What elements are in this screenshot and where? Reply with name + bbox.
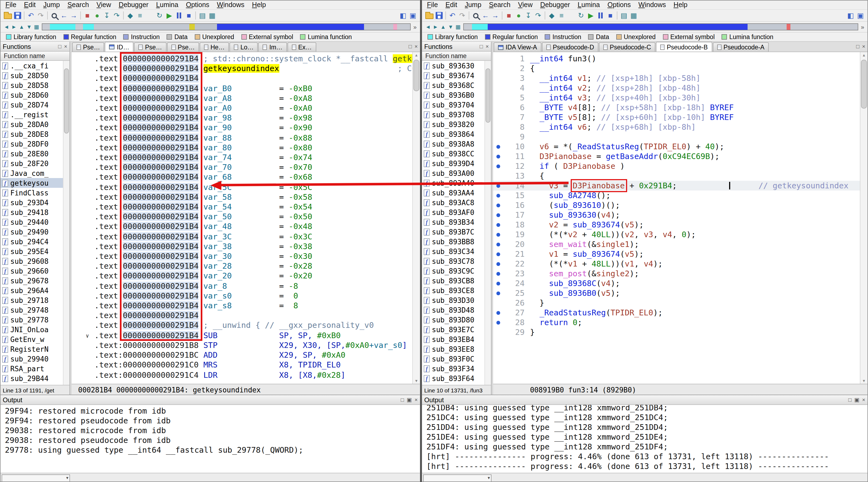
nav-toolbar-icon-4[interactable]: ▦ — [34, 24, 39, 30]
function-row[interactable]: fFindClass — [1, 188, 69, 198]
close-icon[interactable]: × — [414, 397, 418, 402]
function-row[interactable]: fsub_28DF0 — [1, 139, 69, 149]
function-row[interactable]: fsub_28F20 — [1, 158, 69, 168]
stop-process-icon[interactable]: ■ — [184, 10, 194, 20]
function-row[interactable]: fsub_293D4 — [1, 198, 69, 207]
disasm-line[interactable]: .text:00000000000291B4 var_A8 = -0xA8 — [72, 93, 420, 103]
disasm-line[interactable]: .text:00000000000291B4 var_38 = -0x38 — [72, 242, 420, 251]
combo[interactable] — [145, 10, 155, 20]
jump-back-icon[interactable]: ← — [480, 10, 490, 20]
output-panel-titlebar[interactable]: Output □▣× — [422, 395, 867, 405]
menu-lumina[interactable]: Lumina — [574, 1, 603, 9]
pseudocode-line[interactable]: 21 v1 = sub_893674(v5); — [493, 249, 867, 259]
function-row[interactable]: fsub_28D74 — [1, 100, 69, 110]
combo[interactable] — [566, 10, 576, 20]
pseudocode-line[interactable]: 7 _BYTE v5[8]; // [xsp+60h] [xbp-10h] BY… — [493, 112, 867, 122]
disasm-line[interactable]: .text:00000000000291C0 MRS X8, TPIDR_EL0 — [72, 360, 420, 370]
function-row[interactable]: fsub_893C78 — [422, 256, 491, 266]
tab-pse[interactable]: Pse… — [134, 42, 166, 52]
disasm-line[interactable]: .text:00000000000291B4 var_90 = -0x90 — [72, 123, 420, 133]
dock-icon[interactable]: ▣ — [854, 397, 859, 402]
pseudocode-line[interactable]: 15 sub_8A2748(); — [493, 190, 867, 200]
disasm-line[interactable]: .text:00000000000291B4 var_30 = -0x30 — [72, 251, 420, 261]
function-row[interactable]: fsub_893708 — [422, 110, 491, 119]
pseudocode-line[interactable]: 25 sub_8936B0(v5); — [493, 288, 867, 298]
function-list-scrollbar[interactable] — [485, 61, 491, 385]
function-row[interactable]: f.__regist — [1, 110, 69, 119]
disasm-line[interactable]: .text:00000000000291B4 var_98 = -0x98 — [72, 113, 420, 123]
undock-icon[interactable]: □ — [848, 397, 851, 402]
breakpoint-list-icon[interactable]: ≡ — [135, 10, 145, 20]
disassembly-view[interactable]: .text:00000000000291B4 ; std::chrono::sy… — [72, 52, 420, 384]
function-row[interactable]: fGetEnv_w — [1, 334, 69, 344]
pseudocode-line[interactable]: 24 sub_89368C(v4); — [493, 278, 867, 288]
tab-im[interactable]: Im… — [258, 42, 287, 52]
scroll-down-icon[interactable]: ▼ — [860, 379, 867, 383]
breakpoint-list-icon[interactable]: ≡ — [557, 10, 566, 20]
search-icon[interactable] — [50, 10, 59, 20]
tab-ex[interactable]: Ex… — [287, 42, 316, 52]
nav-toolbar-icon-3[interactable]: ▼ — [26, 24, 32, 30]
disasm-line[interactable]: .text:00000000000291B4 var_70 = -0x70 — [72, 162, 420, 172]
pseudocode-scrollbar[interactable]: ▲▼ — [860, 52, 867, 384]
function-row[interactable]: fsub_893EB4 — [422, 334, 491, 344]
code-marker-icon[interactable]: ● — [514, 10, 524, 20]
stop-process-icon[interactable]: ■ — [606, 10, 615, 20]
disasm-line[interactable]: .text:00000000000291B4 var_88 = -0x88 — [72, 133, 420, 143]
function-row[interactable]: fsub_893704 — [422, 100, 491, 110]
disasm-line[interactable]: .text:00000000000291B4 var_50 = -0x50 — [72, 212, 420, 222]
menu-edit[interactable]: Edit — [20, 1, 39, 9]
disasm-line[interactable]: .text:00000000000291B4 — [72, 73, 420, 83]
disasm-line[interactable]: .text:00000000000291B4 var_20 = -0x20 — [72, 271, 420, 281]
output-panel-titlebar[interactable]: Output □▣× — [1, 395, 420, 405]
pseudocode-line[interactable]: 3 __int64 v1; // [xsp+18h] [xbp-58h] — [493, 73, 867, 83]
save-icon[interactable] — [12, 10, 22, 20]
step-into-icon[interactable]: ↧ — [524, 10, 533, 20]
pseudocode-line[interactable]: 14 v3 = D3Pianobase + 0x291B4; // getkey… — [493, 181, 867, 190]
debugger-setup-icon[interactable]: ◆ — [547, 10, 557, 20]
function-row[interactable]: fsub_893C34 — [422, 246, 491, 256]
refresh-icon[interactable]: ↻ — [576, 10, 586, 20]
undock-icon[interactable]: □ — [401, 397, 404, 402]
tab-pseudocode-b[interactable]: Pseudocode-B — [656, 42, 712, 52]
function-row[interactable]: fsub_28E80 — [1, 149, 69, 158]
pseudocode-line[interactable]: 28 return 0; — [493, 318, 867, 327]
command-input[interactable]: ▾ — [2, 474, 70, 482]
pseudocode-line[interactable]: 2{ — [493, 63, 867, 73]
menu-edit[interactable]: Edit — [442, 1, 461, 9]
jump-forward-icon[interactable]: → — [69, 10, 79, 20]
command-input[interactable]: ▾ — [423, 474, 492, 482]
function-row[interactable]: fsub_28D60 — [1, 90, 69, 100]
function-row[interactable]: fsub_893B7C — [422, 227, 491, 237]
function-row[interactable]: fJNI_OnLoa — [1, 325, 69, 334]
open-file-icon[interactable] — [3, 10, 12, 20]
pseudocode-line[interactable]: 20 sem_wait(&single1); — [493, 239, 867, 249]
function-list-scrollbar[interactable] — [63, 61, 69, 385]
function-row[interactable]: fsub_893864 — [422, 129, 491, 139]
function-row[interactable]: fsub_29B44 — [1, 373, 69, 383]
disasm-line[interactable]: .text:00000000000291B4 var_A0 = -0xA0 — [72, 103, 420, 113]
pseudocode-line[interactable]: 26 } — [493, 298, 867, 308]
navigator-band[interactable] — [463, 23, 858, 30]
undock-icon[interactable]: □ — [479, 44, 483, 49]
watches-icon[interactable]: ▤ — [197, 10, 207, 20]
pseudocode-line[interactable]: 10 v6 = *(_ReadStatusReg(TPIDR_EL0) + 40… — [493, 142, 867, 151]
tab-pse[interactable]: Pse… — [167, 42, 199, 52]
pseudocode-line[interactable]: 19 (*(*v2 + 40LL))(v2, v3, v4, 0); — [493, 230, 867, 239]
function-row[interactable]: fsub_893630 — [422, 61, 491, 70]
step-over-icon[interactable]: ↷ — [533, 10, 543, 20]
code-marker-icon[interactable]: ● — [92, 10, 102, 20]
pseudocode-line[interactable]: 6 _BYTE v4[8]; // [xsp+58h] [xbp-18h] BY… — [493, 102, 867, 112]
desktop-icon[interactable]: ▣ — [408, 10, 418, 20]
disasm-line[interactable]: .text:00000000000291B4 var_8 = -8 — [72, 281, 420, 291]
pseudocode-line[interactable]: 17 sub_893630(v4); — [493, 210, 867, 220]
pseudocode-line[interactable]: 16 (sub_893610)(); — [493, 200, 867, 210]
menu-help[interactable]: Help — [670, 1, 691, 9]
function-row[interactable]: fsub_893AA4 — [422, 188, 491, 198]
function-row[interactable]: fsub_29418 — [1, 207, 69, 217]
start-process-icon[interactable]: ▶ — [586, 10, 596, 20]
disasm-line[interactable]: .text:00000000000291B4 var_58 = -0x58 — [72, 192, 420, 202]
desktop-icon[interactable]: ▣ — [856, 10, 865, 20]
pseudocode-line[interactable]: 18 v2 = sub_893674(v5); — [493, 220, 867, 230]
disasm-line[interactable]: .text:00000000000291C4 LDR X8, [X8,#0x28… — [72, 370, 420, 380]
